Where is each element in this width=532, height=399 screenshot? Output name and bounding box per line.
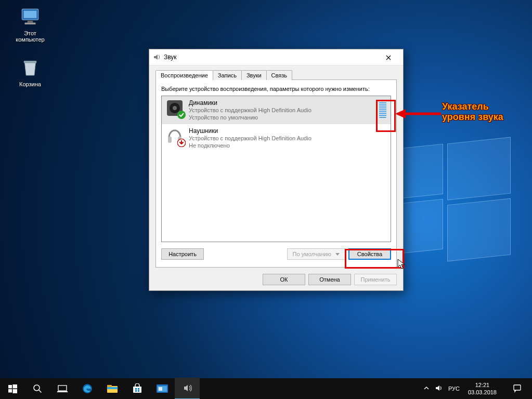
checkmark-badge-icon [177,111,186,119]
tab-communications[interactable]: Связь [266,70,292,80]
annotation-arrow [395,108,442,121]
svg-rect-39 [514,385,521,390]
tray-volume-icon[interactable] [435,384,443,393]
close-button[interactable] [377,49,400,65]
desktop-icon-recycle-bin[interactable]: Корзина [10,57,50,87]
properties-button[interactable]: Свойства [348,248,391,260]
svg-rect-35 [138,390,139,392]
tray-notifications[interactable] [505,378,529,399]
set-default-label: По умолчанию [293,251,331,257]
tab-pane-playback: Выберите устройство воспроизведения, пар… [155,79,397,268]
device-item-speakers[interactable]: Динамики Устройство с поддержкой High De… [162,96,391,124]
desktop-icon-label: Корзина [10,81,50,87]
taskbar-sound-dialog[interactable] [175,378,200,399]
start-button[interactable] [0,378,25,399]
search-icon [33,384,42,393]
headphones-icon [166,127,184,145]
apply-button[interactable]: Применить [354,274,397,285]
windows-logo-wallpaper [390,140,510,260]
edge-icon [82,383,93,394]
svg-rect-30 [107,387,118,389]
speakers-icon [166,99,184,117]
sound-window-icon [183,383,192,393]
tab-recording[interactable]: Запись [213,70,242,80]
tab-playback[interactable]: Воспроизведение [155,70,213,80]
svg-rect-29 [107,385,112,387]
dialog-title: Звук [164,54,377,61]
svg-rect-9 [168,137,172,143]
svg-rect-20 [12,384,17,389]
set-default-dropdown[interactable]: По умолчанию [287,248,345,260]
taskbar-explorer[interactable] [100,378,125,399]
svg-marker-18 [395,109,406,118]
store-icon [132,383,142,394]
notification-icon [513,384,522,394]
taskbar-store[interactable] [125,378,150,399]
system-tray: РУС 12:21 03.03.2018 [423,378,532,399]
device-name: Динамики [189,99,374,107]
instruction-text: Выберите устройство воспроизведения, пар… [161,85,391,92]
task-view-icon [57,384,68,393]
device-status: Не подключено [189,142,386,149]
tray-clock[interactable]: 12:21 03.03.2018 [465,381,500,396]
svg-rect-22 [12,389,17,393]
tray-language[interactable]: РУС [448,385,460,392]
device-status: Устройство по умолчанию [189,114,374,121]
svg-point-7 [173,106,177,110]
device-driver: Устройство с поддержкой High Definition … [189,135,386,142]
tray-date: 03.03.2018 [468,389,497,396]
search-button[interactable] [25,378,50,399]
annotation-text: Указательуровня звука [442,101,503,122]
svg-point-8 [177,111,186,119]
desktop-icon-this-pc[interactable]: Этот компьютер [10,6,50,43]
svg-rect-19 [8,385,12,389]
svg-rect-34 [135,390,137,392]
svg-rect-4 [24,61,37,63]
configure-button[interactable]: Настроить [161,248,204,260]
titlebar[interactable]: Звук [149,49,403,65]
window-icon [157,384,168,393]
tray-time: 12:21 [468,381,497,389]
tab-sounds[interactable]: Звуки [241,70,267,80]
close-icon [386,53,391,62]
cancel-button[interactable]: Отмена [308,274,351,285]
device-name: Наушники [189,127,386,135]
svg-rect-32 [135,388,137,390]
svg-rect-3 [25,23,36,25]
svg-rect-2 [28,21,33,23]
computer-icon [19,6,41,28]
svg-point-23 [34,385,40,391]
disconnected-badge-icon [177,139,186,147]
device-item-headphones[interactable]: Наушники Устройство с поддержкой High De… [162,124,391,152]
sound-dialog: Звук Воспроизведение Запись Звуки Связь … [149,49,404,291]
device-driver: Устройство с поддержкой High Definition … [189,107,374,114]
svg-rect-33 [138,388,139,390]
svg-rect-25 [58,385,67,391]
chevron-down-icon [335,253,340,256]
svg-rect-21 [8,389,12,393]
svg-rect-38 [159,387,162,391]
task-view-button[interactable] [50,378,75,399]
svg-rect-31 [133,387,141,393]
recycle-bin-icon [19,57,41,79]
tab-strip: Воспроизведение Запись Звуки Связь [155,70,397,80]
svg-line-24 [39,390,42,393]
ok-button[interactable]: ОК [263,274,305,285]
windows-start-icon [8,384,17,393]
tray-chevron-up-icon[interactable] [423,385,430,392]
sound-icon [152,53,161,61]
device-list[interactable]: Динамики Устройство с поддержкой High De… [161,96,391,242]
taskbar[interactable]: РУС 12:21 03.03.2018 [0,378,532,399]
svg-rect-26 [57,391,68,392]
desktop-icon-label: Этот компьютер [10,30,50,43]
volume-level-meter [379,99,386,118]
svg-rect-1 [24,11,37,18]
file-explorer-icon [107,384,118,393]
taskbar-edge[interactable] [75,378,100,399]
taskbar-app-1[interactable] [150,378,175,399]
